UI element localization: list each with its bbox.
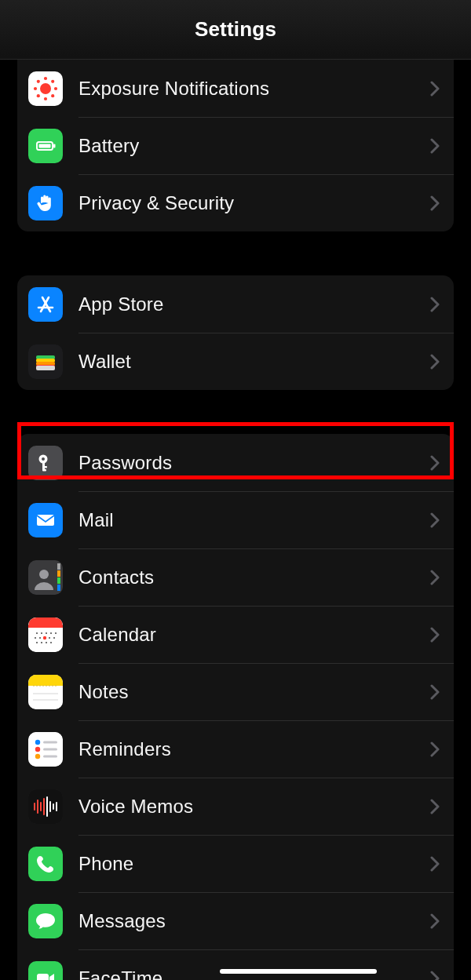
svg-point-35 — [50, 632, 52, 633]
row-calendar[interactable]: Calendar — [17, 606, 454, 663]
chevron-right-icon — [430, 856, 440, 872]
home-indicator[interactable] — [220, 969, 377, 974]
hand-icon — [28, 186, 63, 220]
row-exposure-notifications[interactable]: Exposure Notifications — [17, 60, 454, 117]
battery-icon — [28, 129, 63, 163]
svg-point-18 — [42, 457, 45, 461]
chevron-right-icon — [430, 570, 440, 585]
mail-icon — [28, 503, 63, 537]
row-passwords[interactable]: Passwords — [17, 434, 454, 491]
chevron-right-icon — [430, 799, 440, 814]
row-label: Voice Memos — [78, 796, 430, 818]
svg-point-1 — [44, 76, 47, 79]
row-label: Mail — [78, 509, 430, 531]
row-wallet[interactable]: Wallet — [17, 333, 454, 390]
svg-rect-11 — [53, 144, 56, 148]
svg-point-7 — [37, 94, 40, 97]
svg-point-24 — [39, 570, 49, 579]
chevron-right-icon — [430, 354, 440, 370]
svg-point-2 — [44, 97, 47, 100]
svg-point-38 — [39, 636, 41, 638]
row-mail[interactable]: Mail — [17, 491, 454, 548]
row-contacts[interactable]: Contacts — [17, 548, 454, 606]
svg-point-37 — [35, 636, 36, 638]
chevron-right-icon — [430, 81, 440, 97]
page-title: Settings — [195, 17, 276, 42]
svg-point-0 — [40, 83, 51, 94]
chevron-right-icon — [430, 297, 440, 312]
row-label: Wallet — [78, 351, 430, 373]
messages-icon — [28, 904, 63, 938]
chevron-right-icon — [430, 741, 440, 757]
svg-point-41 — [36, 641, 38, 643]
row-label: Reminders — [78, 738, 430, 760]
svg-point-40 — [53, 636, 55, 638]
row-label: App Store — [78, 293, 430, 315]
svg-rect-59 — [28, 789, 63, 824]
svg-rect-58 — [43, 755, 57, 757]
chevron-right-icon — [430, 684, 440, 700]
svg-point-32 — [36, 632, 38, 633]
row-label: Passwords — [78, 452, 430, 474]
svg-rect-27 — [57, 577, 60, 584]
chevron-right-icon — [430, 627, 440, 643]
reminders-icon — [28, 732, 63, 767]
svg-point-5 — [37, 79, 40, 82]
row-app-store[interactable]: App Store — [17, 275, 454, 333]
header-bar: Settings — [0, 0, 471, 60]
row-phone[interactable]: Phone — [17, 835, 454, 892]
facetime-icon — [28, 961, 63, 981]
svg-rect-25 — [57, 563, 60, 570]
chevron-right-icon — [430, 913, 440, 929]
notes-icon — [28, 675, 63, 709]
row-voice-memos[interactable]: Voice Memos — [17, 778, 454, 835]
svg-point-39 — [49, 636, 50, 638]
row-messages[interactable]: Messages — [17, 892, 454, 949]
svg-rect-28 — [57, 585, 60, 591]
svg-point-44 — [50, 641, 52, 643]
chevron-right-icon — [430, 138, 440, 154]
svg-rect-68 — [37, 974, 49, 981]
exposure-icon — [28, 71, 63, 106]
svg-rect-57 — [43, 748, 57, 750]
svg-point-53 — [35, 739, 40, 744]
row-label: Battery — [78, 135, 430, 157]
svg-rect-31 — [28, 625, 63, 628]
chevron-right-icon — [430, 455, 440, 471]
row-label: Phone — [78, 853, 430, 875]
svg-point-42 — [41, 641, 42, 643]
appstore-icon — [28, 287, 63, 322]
row-reminders[interactable]: Reminders — [17, 720, 454, 778]
chevron-right-icon — [430, 971, 440, 981]
svg-point-33 — [41, 632, 42, 633]
svg-rect-10 — [39, 144, 51, 148]
row-label: Notes — [78, 681, 430, 703]
svg-rect-26 — [57, 570, 60, 577]
row-label: Calendar — [78, 624, 430, 646]
svg-point-54 — [35, 746, 40, 751]
phone-icon — [28, 847, 63, 881]
svg-rect-16 — [36, 366, 55, 370]
chevron-right-icon — [430, 195, 440, 211]
row-label: Exposure Notifications — [78, 78, 430, 100]
svg-rect-20 — [42, 466, 47, 468]
svg-point-8 — [51, 94, 54, 97]
svg-point-4 — [54, 86, 57, 89]
settings-list: Exposure Notifications Battery — [0, 60, 471, 980]
row-label: Messages — [78, 910, 430, 932]
settings-group-1: Exposure Notifications Battery — [17, 60, 454, 231]
svg-point-3 — [34, 86, 37, 89]
contacts-icon — [28, 560, 63, 595]
row-privacy-security[interactable]: Privacy & Security — [17, 174, 454, 231]
svg-point-43 — [46, 641, 47, 643]
svg-point-34 — [46, 632, 47, 633]
calendar-icon — [28, 618, 63, 652]
svg-point-36 — [55, 632, 57, 633]
row-notes[interactable]: Notes — [17, 663, 454, 720]
svg-rect-21 — [42, 469, 46, 471]
row-battery[interactable]: Battery — [17, 117, 454, 174]
row-label: Contacts — [78, 567, 430, 588]
row-facetime[interactable]: FaceTime — [17, 949, 454, 980]
chevron-right-icon — [430, 512, 440, 528]
key-icon — [28, 446, 63, 480]
